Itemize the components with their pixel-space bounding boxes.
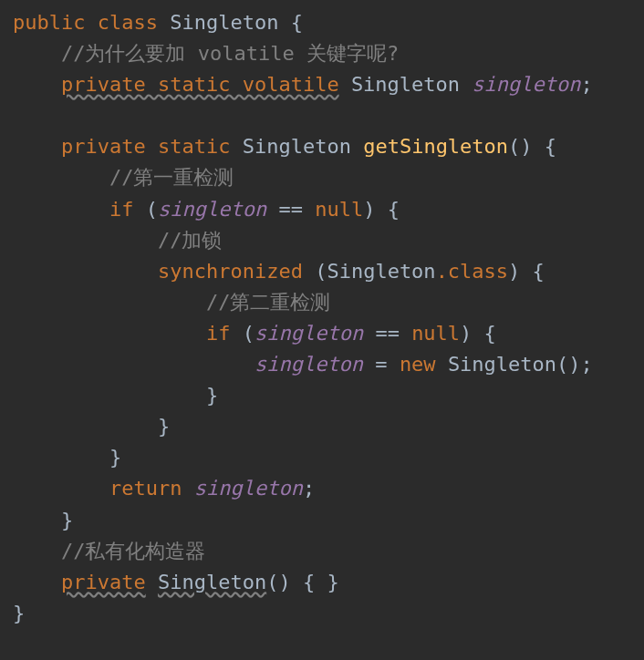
field-var: singleton: [472, 73, 580, 96]
code-line: singleton = new Singleton();: [13, 353, 593, 376]
type-name: Singleton: [351, 73, 460, 96]
blank-line: [13, 104, 25, 127]
keyword-private: private: [61, 135, 146, 158]
var-ref: singleton: [194, 477, 303, 500]
parens: (): [508, 135, 533, 158]
code-line: if (singleton == null) {: [13, 198, 400, 221]
paren-close: ): [363, 198, 375, 221]
brace-close: }: [158, 415, 170, 438]
keyword-private: private: [61, 571, 146, 593]
semicolon: ;: [581, 73, 593, 96]
code-line: if (singleton == null) {: [13, 322, 496, 345]
brace-close: }: [206, 384, 218, 407]
keyword-public: public: [13, 11, 85, 34]
brace: {: [533, 260, 545, 283]
parens: (): [556, 353, 581, 376]
paren-open: (: [243, 322, 254, 345]
code-line: }: [13, 446, 121, 469]
paren-open: (: [315, 260, 327, 283]
paren-close: ): [508, 260, 520, 283]
var-ref: singleton: [158, 198, 266, 221]
code-line: }: [13, 415, 170, 438]
code-line: //私有化构造器: [13, 540, 205, 562]
code-line: private static Singleton getSingleton() …: [13, 135, 556, 158]
return-type: Singleton: [243, 135, 351, 158]
class-name: Singleton: [170, 11, 278, 34]
comment: //加锁: [158, 229, 223, 252]
code-line: //第一重检测: [13, 166, 234, 189]
keyword-null: null: [411, 322, 460, 345]
brace: {: [388, 198, 400, 221]
brace: {: [291, 11, 303, 34]
assign: =: [363, 353, 400, 376]
paren-open: (: [146, 198, 158, 221]
code-line: //加锁: [13, 229, 222, 252]
brace-close: }: [61, 509, 73, 531]
class-ref: Singleton: [327, 260, 435, 283]
code-line: //为什么要加 volatile 关键字呢?: [13, 42, 399, 65]
code-line: }: [13, 384, 218, 407]
eqeq: ==: [363, 322, 411, 345]
keyword-synchronized: synchronized: [158, 260, 303, 283]
code-line: //第二重检测: [13, 291, 330, 314]
comment: //为什么要加 volatile 关键字呢?: [61, 42, 399, 65]
method-name: getSingleton: [363, 135, 508, 158]
comment: //私有化构造器: [61, 540, 206, 562]
var-ref: singleton: [254, 353, 363, 376]
paren-close: ): [460, 322, 472, 345]
comment: //第二重检测: [206, 291, 331, 314]
constructor-name: Singleton: [158, 571, 266, 593]
semicolon: ;: [581, 353, 593, 376]
modifiers: private static volatile: [61, 73, 339, 96]
keyword-new: new: [400, 353, 436, 376]
code-editor: public class Singleton { //为什么要加 volatil…: [0, 0, 644, 636]
dot-class: .class: [436, 260, 508, 283]
keyword-null: null: [315, 198, 363, 221]
code-line: private static volatile Singleton single…: [13, 73, 593, 96]
brace: {: [545, 135, 556, 158]
code-line: private Singleton() { }: [13, 571, 339, 593]
code-line: return singleton;: [13, 477, 315, 500]
keyword-if: if: [206, 322, 231, 345]
ctor-call: Singleton: [448, 353, 556, 376]
brace-body: { }: [303, 571, 339, 593]
var-ref: singleton: [254, 322, 363, 345]
comment: //第一重检测: [109, 166, 234, 189]
code-line: synchronized (Singleton.class) {: [13, 260, 545, 283]
parens: (): [266, 571, 291, 593]
keyword-if: if: [109, 198, 134, 221]
keyword-static: static: [158, 135, 230, 158]
keyword-class: class: [98, 11, 158, 34]
brace: {: [484, 322, 496, 345]
semicolon: ;: [303, 477, 315, 500]
eqeq: ==: [266, 198, 315, 221]
code-line: }: [13, 602, 25, 624]
code-line: }: [13, 509, 73, 531]
keyword-return: return: [109, 477, 182, 500]
brace-close: }: [13, 602, 25, 624]
brace-close: }: [109, 446, 121, 469]
code-line: public class Singleton {: [13, 11, 303, 34]
